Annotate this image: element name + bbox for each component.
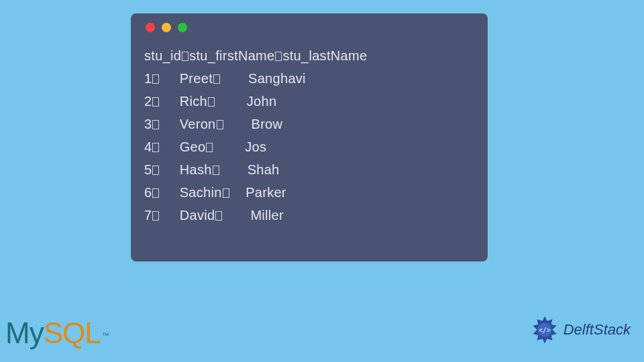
tab-glyph-icon <box>223 188 229 198</box>
window-controls <box>146 23 474 32</box>
terminal-output: stu_idstu_firstNamestu_lastName 1 Preet … <box>144 44 474 227</box>
cell-first: Sachin <box>180 185 222 200</box>
trademark-text: ™ <box>102 331 109 339</box>
cell-last: Miller <box>250 208 284 223</box>
tab-glyph-icon <box>152 211 159 221</box>
tab-glyph-icon <box>213 74 220 84</box>
col-header-first: stu_firstName <box>189 48 274 63</box>
delftstack-text: DelftStack <box>564 321 631 339</box>
cell-id: 7 <box>144 208 152 223</box>
cell-first: Hash <box>180 162 212 177</box>
mysql-logo: MySQL™ <box>5 316 109 350</box>
tab-glyph-icon <box>215 211 222 221</box>
cell-id: 4 <box>144 139 152 154</box>
minimize-icon[interactable] <box>162 23 171 32</box>
tab-glyph-icon <box>182 52 189 61</box>
cell-last: Parker <box>246 185 286 200</box>
cell-last: Sanghavi <box>248 71 306 86</box>
maximize-icon[interactable] <box>178 23 187 32</box>
tab-glyph-icon <box>213 166 219 175</box>
cell-last: Brow <box>252 117 283 131</box>
cell-last: Jos <box>245 139 266 154</box>
tab-glyph-icon <box>275 52 282 61</box>
col-header-last: stu_lastName <box>282 48 367 63</box>
cell-first: Veron <box>180 117 216 131</box>
mysql-sql-text: SQL <box>44 316 101 349</box>
tab-glyph-icon <box>152 188 159 198</box>
svg-text:</>: </> <box>539 326 551 334</box>
cell-first: Geo <box>180 139 206 154</box>
mysql-my-text: My <box>5 316 44 349</box>
tab-glyph-icon <box>152 74 159 84</box>
cell-first: Preet <box>180 71 213 86</box>
tab-glyph-icon <box>206 143 213 152</box>
close-icon[interactable] <box>146 23 155 32</box>
cell-last: Shah <box>248 162 280 177</box>
cell-id: 3 <box>144 117 152 131</box>
cell-id: 1 <box>144 71 152 86</box>
cell-id: 2 <box>144 94 152 109</box>
tab-glyph-icon <box>217 120 223 129</box>
delftstack-icon: </> <box>530 315 559 345</box>
tab-glyph-icon <box>208 97 215 107</box>
tab-glyph-icon <box>152 143 159 152</box>
tab-glyph-icon <box>152 166 159 175</box>
tab-glyph-icon <box>152 97 159 107</box>
col-header-id: stu_id <box>144 48 181 63</box>
cell-id: 5 <box>144 162 152 177</box>
cell-first: David <box>180 208 215 223</box>
delftstack-logo: </> DelftStack <box>530 315 631 345</box>
tab-glyph-icon <box>152 120 159 129</box>
cell-id: 6 <box>144 185 152 200</box>
cell-first: Rich <box>180 94 207 109</box>
terminal-window: stu_idstu_firstNamestu_lastName 1 Preet … <box>131 13 488 261</box>
cell-last: John <box>247 94 277 109</box>
